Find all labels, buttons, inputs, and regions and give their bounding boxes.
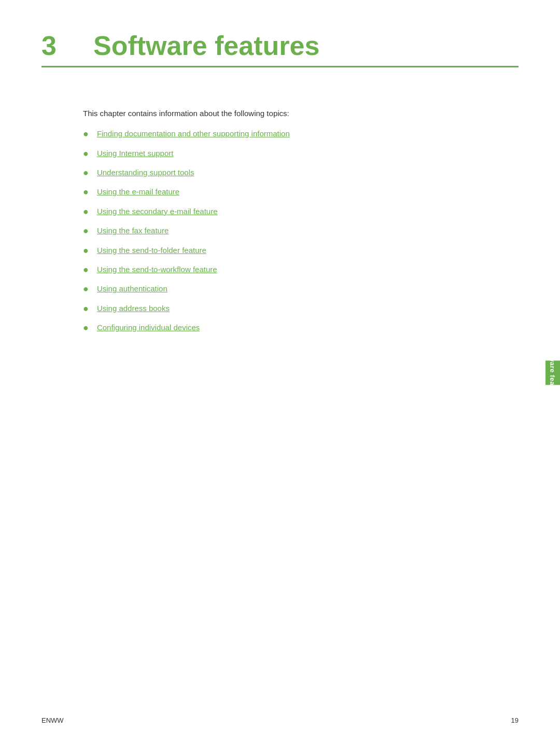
intro-text: This chapter contains information about … [83, 109, 519, 118]
list-item: ●Configuring individual devices [83, 322, 519, 334]
list-item: ●Understanding support tools [83, 167, 519, 179]
bullet-icon: ● [83, 206, 89, 218]
chapter-title: Software features [93, 31, 319, 61]
bullet-icon: ● [83, 148, 89, 160]
topic-link[interactable]: Configuring individual devices [97, 322, 200, 333]
list-item: ●Using Internet support [83, 148, 519, 160]
topic-link[interactable]: Using Internet support [97, 148, 174, 159]
bullet-icon: ● [83, 128, 89, 140]
chapter-header: 3 Software features [41, 31, 519, 67]
topic-link[interactable]: Understanding support tools [97, 167, 194, 178]
topic-link[interactable]: Using address books [97, 303, 170, 314]
page-container: 3 Software features This chapter contain… [0, 0, 560, 745]
list-item: ●Using the send-to-folder feature [83, 245, 519, 257]
topic-link[interactable]: Using the send-to-folder feature [97, 245, 206, 256]
topic-link[interactable]: Using the send-to-workflow feature [97, 264, 217, 275]
footer-left: ENWW [41, 716, 64, 724]
list-item: ●Using the send-to-workflow feature [83, 264, 519, 276]
bullet-icon: ● [83, 322, 89, 334]
list-item: ●Finding documentation and other support… [83, 128, 519, 140]
side-tab: Software features [545, 360, 560, 385]
topic-link[interactable]: Using the e-mail feature [97, 186, 179, 197]
page-footer: ENWW 19 [41, 716, 519, 724]
bullet-icon: ● [83, 264, 89, 276]
list-item: ●Using the secondary e-mail feature [83, 206, 519, 218]
bullet-icon: ● [83, 283, 89, 295]
footer-right: 19 [511, 716, 519, 724]
chapter-number: 3 [41, 31, 73, 61]
topic-link[interactable]: Using authentication [97, 283, 167, 294]
bullet-icon: ● [83, 167, 89, 179]
side-tab-label: Software features [549, 342, 557, 403]
topic-link[interactable]: Finding documentation and other supporti… [97, 128, 290, 139]
list-item: ●Using the fax feature [83, 225, 519, 237]
bullet-icon: ● [83, 225, 89, 237]
bullet-icon: ● [83, 186, 89, 198]
bullet-icon: ● [83, 245, 89, 257]
list-item: ●Using authentication [83, 283, 519, 295]
topic-link[interactable]: Using the fax feature [97, 225, 169, 236]
list-item: ●Using the e-mail feature [83, 186, 519, 198]
list-item: ●Using address books [83, 303, 519, 315]
bullet-icon: ● [83, 303, 89, 315]
topics-list: ●Finding documentation and other support… [83, 128, 519, 334]
topic-link[interactable]: Using the secondary e-mail feature [97, 206, 218, 217]
